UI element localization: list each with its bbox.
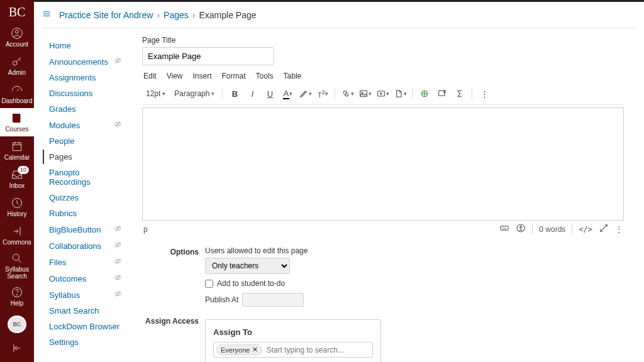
gnav-admin[interactable]: Admin [0,52,34,80]
assign-to-field[interactable]: Everyone ✕ [213,342,373,358]
gnav-label: Courses [5,126,28,133]
media-button[interactable]: ▾ [375,87,389,101]
gnav-inbox[interactable]: 10 Inbox [0,165,34,193]
gnav-dashboard[interactable]: Dashboard [0,80,34,108]
course-nav-grades[interactable]: Grades [43,102,126,116]
a11y-button[interactable] [516,223,526,235]
block-format-select[interactable]: Paragraph▾ [172,88,217,99]
course-nav-bigbluebutton[interactable]: BigBlueButton [43,222,126,237]
course-nav-label: Home [49,41,71,50]
keyboard-shortcuts-button[interactable] [499,223,509,235]
course-nav-modules[interactable]: Modules [43,118,126,133]
course-nav-collaborations[interactable]: Collaborations [43,238,126,253]
gnav-label: Syllabus Search [5,266,29,280]
crumb-section[interactable]: Pages [164,10,189,20]
font-size-select[interactable]: 12pt▾ [143,88,168,99]
gnav-label: Admin [8,69,26,76]
add-to-todo-checkbox[interactable] [205,280,213,288]
gnav-calendar[interactable]: Calendar [0,136,34,165]
document-button[interactable]: ▾ [393,87,407,101]
options-section: Options Users allowed to edit this page … [142,246,624,307]
crumb-course[interactable]: Practice Site for Andrew [59,10,153,20]
course-nav-files[interactable]: Files [43,255,126,270]
gnav-collapse[interactable] [0,338,34,362]
expand-icon [599,223,609,233]
rce-menu-view[interactable]: View [167,72,183,80]
rce-menu-tools[interactable]: Tools [256,72,274,80]
course-nav-label: Discussions [49,89,92,98]
course-nav-rubrics[interactable]: Rubrics [43,206,126,221]
text-color-button[interactable]: A▾ [280,87,294,101]
course-nav-pages[interactable]: Pages [43,150,126,164]
course-nav-label: Collaborations [49,241,101,251]
course-nav-quizzes[interactable]: Quizzes [43,190,126,205]
toolbar-overflow-button[interactable]: ⋮ [477,87,491,101]
publish-at-input[interactable] [242,293,304,307]
html-view-button[interactable]: </> [579,225,592,234]
svg-rect-20 [501,226,508,231]
options-label: Options [142,246,205,307]
svg-point-2 [13,61,17,65]
gnav-courses[interactable]: Courses [0,108,34,136]
rce-menu-table[interactable]: Table [284,72,302,80]
gnav-commons[interactable]: Commons [0,221,34,250]
sigma-icon [455,89,465,99]
gnav-syllabus-search[interactable]: Syllabus Search [0,250,34,282]
rce-menubar: EditViewInsertFormatToolsTable [142,65,624,84]
gnav-help[interactable]: Help [0,282,34,310]
calendar-icon [11,140,23,153]
course-nav-announcements[interactable]: Announcements [43,54,126,69]
course-nav-label: BigBlueButton [49,225,101,234]
course-nav-toggle[interactable] [42,9,52,21]
editor-body[interactable] [142,107,624,221]
page-title-input[interactable] [142,47,274,65]
remove-image-button[interactable] [435,87,449,101]
rce-menu-insert[interactable]: Insert [192,72,211,80]
underline-button[interactable]: U [263,87,277,101]
link-button[interactable]: ▾ [340,87,354,101]
course-nav-assignments[interactable]: Assignments [43,70,126,85]
rce-menu-format[interactable]: Format [222,72,246,80]
user-avatar[interactable]: BC [8,315,26,333]
brand-logo[interactable]: BC [0,2,34,23]
edit-permissions-select[interactable]: Only teachers [205,258,290,274]
word-count[interactable]: 0 words [539,225,565,234]
course-nav-label: LockDown Browser [49,322,119,331]
chevron-right-icon: › [157,10,160,20]
rce-menu-edit[interactable]: Edit [143,72,157,80]
bold-button[interactable]: B [228,87,242,101]
apps-button[interactable] [418,87,431,101]
course-nav-discussions[interactable]: Discussions [43,86,126,101]
hidden-icon [114,257,122,267]
course-nav-people[interactable]: People [43,134,126,148]
gnav-account[interactable]: Account [0,23,34,52]
statusbar-overflow-button[interactable]: ⋮ [615,225,623,234]
course-nav-label: Announcements [49,57,108,67]
highlight-color-button[interactable]: ▾ [298,87,312,101]
course-nav-outcomes[interactable]: Outcomes [43,271,126,286]
element-path[interactable]: p [143,225,148,234]
course-nav-lockdown-browser[interactable]: LockDown Browser [43,319,126,334]
gnav-history[interactable]: History [0,193,34,221]
image-button[interactable]: ▾ [358,87,372,101]
course-nav-syllabus[interactable]: Syllabus [43,287,126,302]
course-nav-settings[interactable]: Settings [43,335,126,349]
italic-button[interactable]: I [245,87,259,101]
course-nav-label: Syllabus [49,290,80,300]
fullscreen-button[interactable] [599,223,609,235]
crumb-current: Example Page [199,10,256,20]
superscript-button[interactable]: T2▾ [316,87,330,101]
assignee-pill[interactable]: Everyone ✕ [216,344,262,355]
equation-button[interactable] [453,87,467,101]
svg-rect-3 [13,143,21,151]
keyboard-icon [499,223,509,233]
assign-to-input[interactable] [266,346,370,354]
svg-point-22 [521,226,521,226]
pill-remove-icon[interactable]: ✕ [252,346,258,354]
clock-icon [11,197,23,209]
course-nav-home[interactable]: Home [43,38,126,53]
add-to-todo-row[interactable]: Add to student to-do [205,279,624,288]
course-nav-panopto-recordings[interactable]: Panopto Recordings [43,165,126,189]
inbox-badge: 10 [18,166,29,174]
course-nav-smart-search[interactable]: Smart Search [43,304,126,318]
